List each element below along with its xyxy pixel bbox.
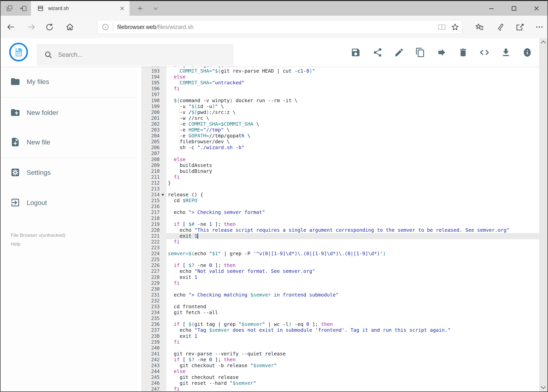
code-line[interactable]: 234 git fetch --all [141,310,539,316]
code-line[interactable]: 230 [141,286,539,292]
code-line[interactable]: 236 if [ $(git tag | grep "$semver" | wc… [141,321,539,327]
fold-arrow-icon[interactable] [161,194,164,196]
hub-favorites-icon[interactable] [475,22,484,32]
help-link[interactable]: Help [11,241,21,247]
code-line[interactable]: 229 fi [141,280,539,286]
code-line[interactable]: 194 else [141,74,539,80]
code-line[interactable]: 242 if [ $? -ne 0 ]; then [141,357,539,363]
code-line[interactable]: 238 exit 1 [141,333,539,339]
tab-list-chevron-icon[interactable] [150,1,161,16]
copy-button[interactable] [415,47,425,57]
code-line[interactable]: 206 sh -c "./wizard.sh -b" [141,145,539,151]
code-line[interactable]: 210 buildBinary [141,168,539,174]
code-line[interactable]: 204 -e GOPATH=//tmp/gopath \ [141,133,539,139]
code-line[interactable]: 224semver=$(echo "$1" | grep -P '^v(0|[1… [141,251,539,257]
annotate-pen-icon[interactable] [495,22,504,32]
code-line[interactable]: 231 echo "> Checking matching $semver in… [141,292,539,298]
code-line[interactable]: 199 -u "$(id -u)" \ [141,104,539,110]
download-button[interactable] [501,47,511,57]
address-bar[interactable]: filebrowser.web/files/wizard.sh [97,20,462,34]
code-line[interactable]: 237 echo "Tag $semver does not exist in … [141,327,539,333]
code-line[interactable]: 207 [141,150,539,157]
edit-button[interactable] [394,47,404,57]
code-line[interactable]: 240 [141,345,539,351]
code-line[interactable]: 218 [141,216,539,222]
code-line[interactable]: 225 [141,257,539,263]
save-button[interactable] [351,47,361,57]
code-line[interactable]: 227 echo "Not valid semver format. See s… [141,268,539,274]
sidebar-item-logout[interactable]: Logout [0,192,137,214]
code-line[interactable]: 222 fi [141,239,539,245]
code-line[interactable]: 198 $(command -v winpty) docker run --rm… [141,98,539,104]
maximize-button[interactable] [505,1,523,16]
code-view-button[interactable] [479,47,490,57]
sidebar-item-new-file[interactable]: New file [0,131,137,153]
code-line[interactable]: 246 git reset --hard "$semver" [141,380,539,386]
set-tabs-aside-icon[interactable] [18,1,29,16]
page-scrollbar[interactable] [539,38,548,392]
code-line[interactable]: 217 echo "> Checking semver format" [141,210,539,216]
code-line[interactable]: 226 if [ $? -ne 0 ]; then [141,262,539,268]
back-icon[interactable] [6,22,15,32]
share-icon[interactable] [515,22,524,32]
code-line[interactable]: 233 cd frontend [141,304,539,310]
code-line[interactable]: 216 [141,203,539,210]
close-button[interactable] [528,1,545,16]
code-line[interactable]: 244 else [141,369,539,375]
sidebar-item-new-folder[interactable]: New folder [0,102,137,124]
code-line[interactable]: 196 fi [141,86,539,92]
code-line[interactable]: 213 [141,186,539,192]
browser-tab[interactable]: wizard.sh [31,1,130,16]
code-line[interactable]: 200 -v /$(pwd):/src:z \ [141,109,539,115]
filebrowser-logo[interactable] [9,42,28,62]
refresh-icon[interactable] [45,22,54,32]
code-editor[interactable]: 192 if [ -d ".git" ]; then193 COMMIT_SHA… [141,67,539,392]
info-button[interactable] [522,47,532,57]
minimize-button[interactable] [483,1,500,16]
code-line[interactable]: 195 COMMIT_SHA="untracked" [141,80,539,86]
delete-button[interactable] [458,47,468,57]
favorite-star-icon[interactable] [451,23,459,31]
code-line[interactable]: 197 [141,91,539,98]
code-line[interactable]: 221 exit 1 [141,233,539,239]
search-input[interactable] [58,51,215,58]
code-line[interactable]: 223 [141,245,539,251]
forward-icon[interactable] [27,22,36,32]
code-line[interactable]: 220 echo "This release script requires a… [141,227,539,233]
code-line[interactable]: 209 buildAssets [141,162,539,168]
search-box[interactable] [37,44,234,66]
code-line[interactable]: 211 fi [141,174,539,180]
home-icon[interactable] [65,22,74,32]
code-line[interactable]: 232 [141,298,539,304]
code-line[interactable]: 215 cd $REPO [141,198,539,204]
code-line[interactable]: 212} [141,180,539,186]
new-tab-button[interactable] [135,1,146,16]
sidebar-item-my-files[interactable]: My files [0,71,137,93]
code-line[interactable]: 214release () { [141,192,539,198]
code-line[interactable]: 241 git rev-parse --verify --quiet relea… [141,351,539,357]
move-button[interactable] [437,47,447,57]
site-info-icon[interactable] [102,23,109,31]
code-line[interactable]: 245 git checkout release [141,374,539,380]
code-line[interactable]: 208 else [141,157,539,163]
tab-preview-icon[interactable] [4,1,15,16]
code-line[interactable]: 203 -e HOME="//tmp" \ [141,127,539,133]
code-line[interactable]: 235 [141,315,539,322]
scroll-down-icon[interactable] [541,384,546,389]
more-options-icon[interactable] [535,22,544,32]
code-line[interactable]: 205 filebrowser/dev \ [141,139,539,145]
code-line[interactable]: 219 if [ $# -ne 1 ]; then [141,221,539,227]
code-line[interactable]: 247 fi [141,386,539,392]
url-text[interactable]: filebrowser.web/files/wizard.sh [117,24,194,30]
reading-view-icon[interactable] [438,23,446,31]
code-line[interactable]: 228 exit 1 [141,274,539,280]
share-file-button[interactable] [373,47,383,57]
code-line[interactable]: 243 git checkout -b release "$semver" [141,363,539,369]
code-line[interactable]: 239 fi [141,339,539,345]
code-line[interactable]: 193 COMMIT_SHA="$(git rev-parse HEAD | c… [141,68,539,74]
scroll-up-icon[interactable] [541,41,546,45]
sidebar-item-settings[interactable]: Settings [0,161,137,183]
code-line[interactable]: 202 -e COMMIT_SHA=$COMMIT_SHA \ [141,121,539,127]
code-line[interactable]: 201 -w //src \ [141,115,539,121]
tab-close-icon[interactable] [118,5,126,12]
